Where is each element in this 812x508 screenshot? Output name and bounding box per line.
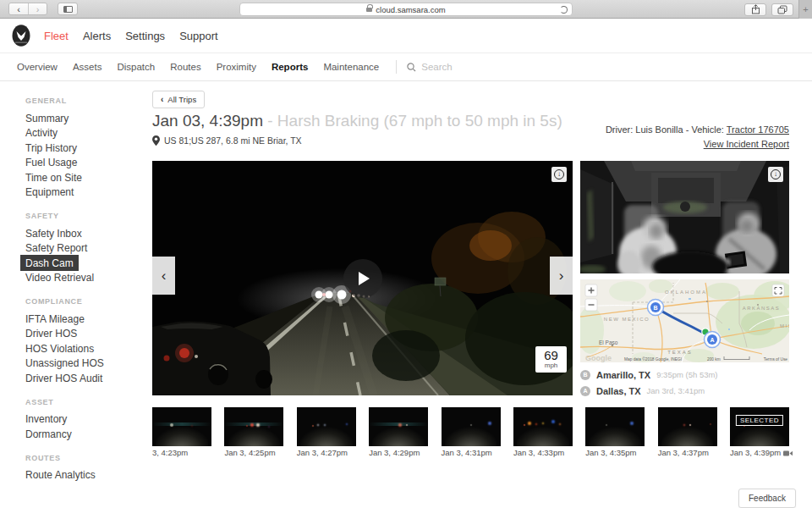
all-trips-button[interactable]: ‹ All Trips — [152, 91, 205, 108]
google-watermark: Google — [585, 354, 612, 362]
tab-overview-button[interactable] — [771, 3, 793, 16]
stop-b-marker: B — [580, 370, 590, 380]
stop-row-amarillo: B Amarillo, TX 9:35pm (5h 53m) — [580, 367, 789, 383]
thumbnail-2[interactable] — [224, 407, 283, 446]
road-camera-player[interactable]: ‹ › ↓ 69 mph — [152, 161, 573, 395]
thumbnail-9[interactable]: SELECTED — [730, 407, 789, 446]
search-icon — [407, 63, 416, 72]
thumbnail-label-5: Jan 3, 4:31pm — [442, 448, 501, 457]
search-input[interactable] — [421, 62, 531, 72]
incident-time: Jan 03, 4:39pm — [152, 112, 263, 130]
samsara-logo — [12, 25, 30, 47]
sidebar-item-safety-report[interactable]: Safety Report — [25, 241, 148, 257]
video-camera-icon — [783, 450, 793, 456]
thumbnail-1[interactable] — [152, 407, 211, 446]
sidebar-item-hos-violations[interactable]: HOS Violations — [25, 341, 148, 356]
speed-badge: 69 mph — [535, 346, 567, 373]
selected-badge: SELECTED — [736, 415, 783, 426]
thumbnail-label-9: Jan 3, 4:39pm — [730, 448, 789, 457]
url-text: cloud.samsara.com — [376, 5, 445, 14]
sidebar-item-safety-inbox[interactable]: Safety Inbox — [25, 226, 148, 241]
stop-row-dallas: A Dallas, TX Jan 3rd, 3:41pm — [580, 383, 789, 399]
map-label-miss: MISS — [780, 323, 789, 329]
tab-routes[interactable]: Routes — [170, 62, 200, 72]
vehicle-link[interactable]: Tractor 176705 — [727, 124, 789, 135]
tab-maintenance[interactable]: Maintenance — [323, 62, 379, 72]
map-marker-b[interactable]: B — [648, 300, 664, 316]
play-button[interactable] — [343, 259, 382, 298]
stop-a-name: Dallas, TX — [596, 386, 641, 396]
map-fullscreen-button[interactable] — [772, 284, 784, 296]
thumbnail-label-3: Jan 3, 4:27pm — [297, 448, 356, 457]
sidebar-item-dormancy[interactable]: Dormancy — [25, 427, 148, 442]
nav-fleet[interactable]: Fleet — [44, 30, 69, 42]
svg-text:A: A — [710, 337, 714, 343]
sidebar-item-driver-hos-audit[interactable]: Driver HOS Audit — [25, 371, 148, 386]
nav-divider — [396, 60, 397, 74]
download-cab-video-button[interactable]: ↓ — [768, 167, 783, 182]
address-bar[interactable]: cloud.samsara.com — [239, 3, 573, 16]
tab-assets[interactable]: Assets — [73, 62, 102, 72]
samsara-dashcam-page: ‹ › cloud.samsara.com + — [0, 0, 812, 508]
next-clip-arrow[interactable]: › — [550, 257, 573, 295]
tab-dispatch[interactable]: Dispatch — [117, 62, 155, 72]
sidebar-item-dash-cam[interactable]: Dash Cam — [25, 256, 148, 271]
stop-b-name: Amarillo, TX — [596, 370, 650, 380]
thumbnail-3[interactable] — [297, 407, 356, 446]
browser-toolbar-right: + — [744, 0, 812, 19]
sidebar-item-trip-history[interactable]: Trip History — [25, 141, 148, 156]
browser-back-button[interactable]: ‹ — [9, 3, 28, 14]
sidebar-item-fuel-usage[interactable]: Fuel Usage — [25, 156, 148, 171]
chevron-right-icon: › — [559, 268, 564, 284]
map-zoom-in-button[interactable] — [585, 284, 597, 296]
share-button[interactable] — [744, 3, 766, 16]
sidebar-item-equipment[interactable]: Equipment — [25, 185, 148, 201]
sidebar-item-inventory[interactable]: Inventory — [25, 412, 148, 428]
sidebar-item-video-retrieval[interactable]: Video Retrieval — [25, 271, 148, 286]
plus-icon: + — [803, 4, 808, 14]
speed-unit: mph — [535, 362, 567, 369]
thumbnail-4[interactable] — [369, 407, 428, 446]
sidebar-item-unassigned-hos[interactable]: Unassigned HOS — [25, 356, 148, 372]
map-zoom-out-button[interactable] — [585, 299, 597, 311]
thumbnail-8[interactable] — [658, 407, 717, 446]
map-marker-a[interactable]: A — [705, 332, 721, 348]
nav-settings[interactable]: Settings — [125, 30, 165, 42]
browser-forward-button[interactable]: › — [28, 3, 47, 14]
nav-alerts[interactable]: Alerts — [83, 30, 111, 42]
sidebar-item-driver-hos[interactable]: Driver HOS — [25, 327, 148, 342]
sidebar-section-safety: SAFETY — [25, 212, 148, 220]
map-label-texas: TEXAS — [667, 350, 693, 355]
back-icon: ‹ — [17, 4, 20, 14]
nav-support[interactable]: Support — [179, 30, 218, 42]
thumbnail-label-4: Jan 3, 4:29pm — [369, 448, 428, 457]
thumbnail-label-2: Jan 3, 4:25pm — [224, 448, 283, 457]
thumbnail-7[interactable] — [585, 407, 645, 446]
map-terms-link[interactable]: Terms of Use — [764, 357, 788, 362]
back-chevron-icon: ‹ — [161, 95, 163, 104]
sidebar-item-ifta-mileage[interactable]: IFTA Mileage — [25, 312, 148, 327]
cab-camera-view[interactable]: ↓ — [580, 161, 789, 273]
tab-reports[interactable]: Reports — [272, 62, 308, 72]
incident-detail: ‹ All Trips Jan 03, 4:39pm - Harsh Braki… — [152, 81, 789, 508]
sidebar-item-route-analytics[interactable]: Route Analytics — [25, 468, 148, 483]
thumbnail-6[interactable] — [513, 407, 573, 446]
download-road-video-button[interactable]: ↓ — [551, 167, 567, 182]
tab-proximity[interactable]: Proximity — [217, 62, 256, 72]
feedback-button[interactable]: Feedback — [738, 489, 796, 508]
previous-clip-arrow[interactable]: ‹ — [152, 257, 175, 295]
view-incident-report-link[interactable]: View Incident Report — [704, 139, 789, 149]
sidebar-item-time-on-site[interactable]: Time on Site — [25, 170, 148, 185]
sidebar-item-activity[interactable]: Activity — [25, 126, 148, 141]
thumbnail-5[interactable] — [442, 407, 501, 446]
sidebar-section-routes: ROUTES — [25, 454, 148, 462]
refresh-icon[interactable] — [560, 6, 568, 14]
browser-sidebar-button[interactable] — [58, 3, 78, 15]
thumbnail-label-8: Jan 3, 4:37pm — [658, 448, 717, 457]
sidebar-icon — [63, 6, 73, 13]
new-tab-button[interactable]: + — [798, 0, 812, 19]
trip-map[interactable]: A B OKLAHOMA ARKANSAS NEW MEXICO MISS TE… — [580, 279, 789, 362]
sidebar-item-summary[interactable]: Summary — [25, 111, 148, 126]
tab-overview[interactable]: Overview — [17, 62, 58, 72]
map-scale-label: 200 km — [707, 357, 721, 362]
